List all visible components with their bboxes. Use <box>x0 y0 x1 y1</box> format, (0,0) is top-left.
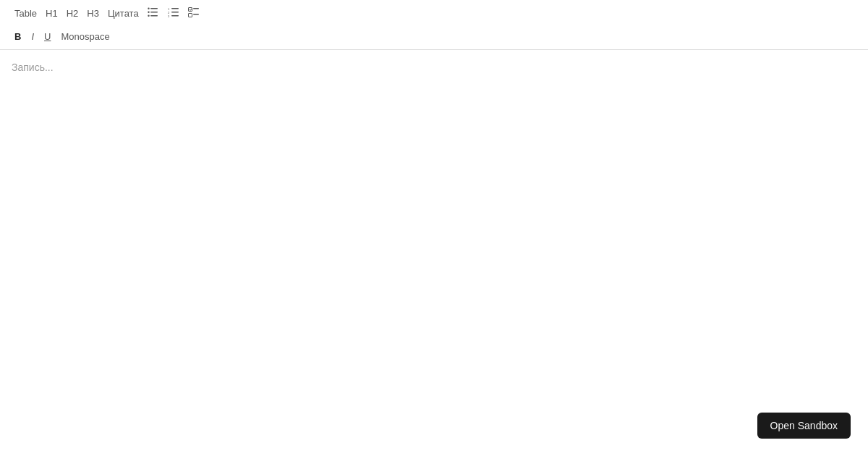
toolbar-row2: B I U Monospace <box>0 27 868 49</box>
ordered-list-button[interactable]: 1 2 3 <box>165 6 182 21</box>
monospace-button[interactable]: Monospace <box>58 30 112 43</box>
svg-rect-13 <box>193 8 199 9</box>
unordered-list-button[interactable] <box>145 6 162 21</box>
underline-button[interactable]: U <box>41 30 54 43</box>
quote-button[interactable]: Цитата <box>105 7 142 20</box>
svg-point-3 <box>148 8 149 9</box>
svg-rect-2 <box>150 15 158 17</box>
h2-button[interactable]: H2 <box>64 7 82 20</box>
editor-area[interactable]: Запись... <box>0 50 868 412</box>
ordered-list-icon: 1 2 3 <box>168 7 179 17</box>
svg-rect-0 <box>150 8 158 9</box>
editor-placeholder: Запись... <box>12 62 54 73</box>
svg-rect-1 <box>150 12 158 13</box>
svg-point-5 <box>148 15 149 17</box>
open-sandbox-button[interactable]: Open Sandbox <box>757 413 851 439</box>
svg-rect-15 <box>193 14 199 15</box>
unordered-list-icon <box>148 7 159 17</box>
svg-rect-7 <box>171 12 179 13</box>
todo-list-icon <box>188 7 200 17</box>
toolbar-row1: Table H1 H2 H3 Цитата 1 2 3 <box>0 0 868 27</box>
h1-button[interactable]: H1 <box>43 7 61 20</box>
todo-list-button[interactable] <box>185 6 203 21</box>
bold-button[interactable]: B <box>12 30 24 43</box>
svg-rect-8 <box>171 15 179 17</box>
italic-button[interactable]: I <box>28 30 37 43</box>
svg-text:3: 3 <box>168 14 170 18</box>
table-button[interactable]: Table <box>12 7 40 20</box>
h3-button[interactable]: H3 <box>84 7 102 20</box>
svg-rect-14 <box>188 14 192 17</box>
svg-rect-6 <box>171 8 179 9</box>
svg-point-4 <box>148 12 149 13</box>
